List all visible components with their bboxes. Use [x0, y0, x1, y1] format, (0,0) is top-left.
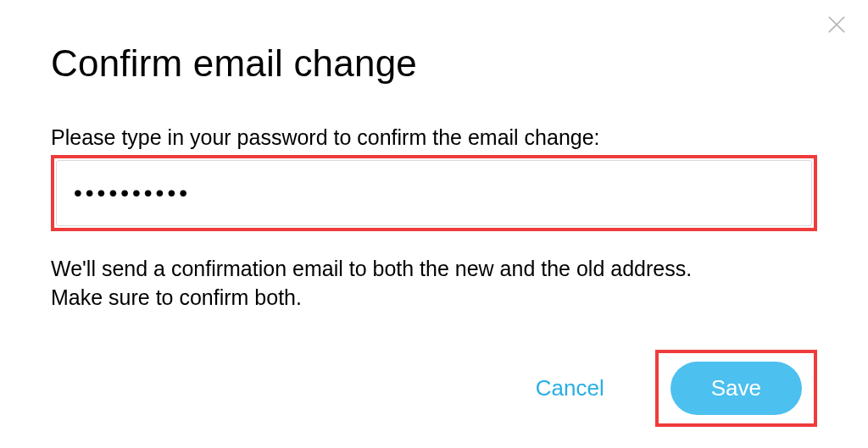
- dialog-actions: Cancel Save: [51, 350, 817, 427]
- save-button-highlight: Save: [655, 350, 817, 427]
- save-button[interactable]: Save: [670, 362, 802, 415]
- password-input[interactable]: [56, 160, 812, 226]
- cancel-button[interactable]: Cancel: [532, 368, 608, 408]
- dialog-title: Confirm email change: [51, 42, 817, 85]
- confirmation-info-text: We'll send a confirmation email to both …: [51, 255, 746, 312]
- confirm-email-change-dialog: Confirm email change Please type in your…: [0, 0, 868, 448]
- close-icon[interactable]: [824, 12, 849, 37]
- password-prompt-label: Please type in your password to confirm …: [51, 125, 817, 150]
- password-input-highlight: [51, 155, 817, 231]
